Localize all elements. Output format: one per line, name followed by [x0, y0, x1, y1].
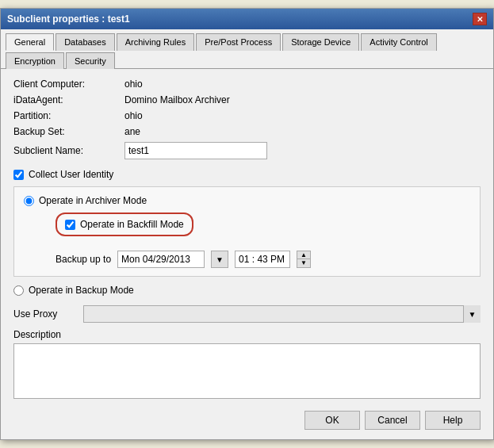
description-label: Description: [13, 329, 481, 340]
archiver-mode-section: Operate in Archiver Mode Operate in Back…: [13, 186, 481, 277]
backup-set-row: Backup Set: ane: [13, 126, 481, 137]
backfill-container: Operate in Backfill Mode: [40, 213, 470, 244]
backup-mode-row: Operate in Backup Mode: [13, 285, 481, 296]
collect-user-identity-row: Collect User Identity: [13, 169, 481, 180]
buttons-row: OK Cancel Help: [13, 411, 481, 430]
tab-storage-device[interactable]: Storage Device: [282, 33, 359, 51]
description-textarea[interactable]: [13, 343, 481, 399]
archiver-mode-label: Operate in Archiver Mode: [39, 195, 147, 206]
archiver-mode-row: Operate in Archiver Mode: [24, 195, 470, 206]
tab-pre-post-process[interactable]: Pre/Post Process: [196, 33, 281, 51]
tab-general[interactable]: General: [6, 33, 54, 51]
title-bar-controls: ✕: [473, 13, 487, 25]
dropdown-arrow-icon: ▼: [216, 255, 224, 264]
tab-encryption[interactable]: Encryption: [6, 52, 64, 69]
partition-label: Partition:: [13, 110, 124, 121]
subclient-name-input[interactable]: [124, 142, 267, 159]
archiver-mode-radio[interactable]: [24, 196, 34, 206]
backup-up-to-label: Backup up to: [56, 254, 111, 265]
client-computer-label: Client Computer:: [13, 78, 124, 90]
backfill-mode-checkbox[interactable]: [65, 220, 75, 230]
time-spinner-down[interactable]: ▼: [297, 259, 310, 267]
collect-user-identity-checkbox[interactable]: [13, 170, 24, 180]
tab-security[interactable]: Security: [66, 52, 115, 69]
backup-mode-radio[interactable]: [13, 285, 24, 296]
proxy-input[interactable]: [83, 305, 481, 323]
backfill-mode-label: Operate in Backfill Mode: [80, 219, 184, 230]
proxy-dropdown-wrapper: ▼: [83, 305, 481, 323]
tab-archiving-rules[interactable]: Archiving Rules: [117, 33, 194, 51]
client-computer-row: Client Computer: ohio: [13, 78, 481, 90]
proxy-label: Use Proxy: [13, 308, 77, 320]
backup-up-to-row: Backup up to ▼ ▲ ▼: [56, 251, 470, 268]
help-button[interactable]: Help: [425, 411, 481, 430]
proxy-row: Use Proxy ▼: [13, 305, 481, 323]
idataagent-label: iDataAgent:: [13, 94, 124, 105]
cancel-button[interactable]: Cancel: [365, 411, 420, 430]
title-bar: Subclient properties : test1 ✕: [1, 9, 493, 29]
idataagent-row: iDataAgent: Domino Mailbox Archiver: [13, 94, 481, 105]
backup-set-label: Backup Set:: [13, 126, 124, 137]
tab-databases[interactable]: Databases: [56, 33, 115, 51]
main-window: Subclient properties : test1 ✕ General D…: [0, 8, 494, 440]
subclient-name-label: Subclient Name:: [13, 145, 124, 156]
backup-date-input[interactable]: [117, 251, 205, 268]
partition-value: ohio: [124, 110, 143, 121]
time-spinner-up[interactable]: ▲: [297, 251, 310, 259]
date-dropdown-button[interactable]: ▼: [211, 251, 228, 268]
collect-user-identity-label: Collect User Identity: [29, 169, 113, 180]
partition-row: Partition: ohio: [13, 110, 481, 121]
time-spinner: ▲ ▼: [297, 251, 311, 268]
tab-activity-control[interactable]: Activity Control: [361, 33, 436, 51]
ok-button[interactable]: OK: [304, 411, 360, 430]
idataagent-value: Domino Mailbox Archiver: [124, 94, 230, 105]
window-title: Subclient properties : test1: [7, 13, 130, 25]
tabs-container: General Databases Archiving Rules Pre/Po…: [1, 29, 493, 69]
content-area: Client Computer: ohio iDataAgent: Domino…: [1, 69, 493, 439]
description-section: Description: [13, 329, 481, 401]
backfill-section: Operate in Backfill Mode: [56, 213, 193, 236]
subclient-name-row: Subclient Name:: [13, 142, 481, 159]
client-computer-value: ohio: [124, 78, 143, 90]
info-section: Client Computer: ohio iDataAgent: Domino…: [13, 78, 481, 159]
backup-set-value: ane: [124, 126, 140, 137]
backup-time-input[interactable]: [235, 251, 290, 268]
backup-mode-label: Operate in Backup Mode: [29, 285, 134, 296]
close-button[interactable]: ✕: [473, 13, 487, 25]
